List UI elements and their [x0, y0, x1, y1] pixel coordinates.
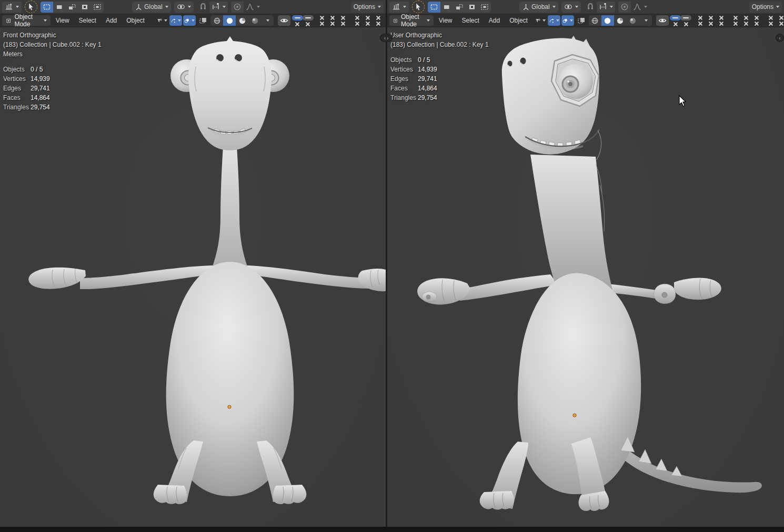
snap-target-dropdown[interactable] — [209, 2, 228, 13]
select-mode-extend[interactable] — [53, 2, 66, 13]
placeholder-x-icon[interactable] — [295, 22, 300, 27]
placeholder-x-icon[interactable] — [733, 21, 738, 26]
shading-material-button[interactable] — [236, 15, 248, 26]
menu-select[interactable]: Select — [75, 15, 100, 26]
select-mode-subtract[interactable] — [453, 2, 466, 13]
placeholder-x-icon[interactable] — [319, 15, 325, 21]
select-mode-invert[interactable] — [78, 2, 91, 13]
shading-rendered-button[interactable] — [248, 15, 261, 26]
placeholder-x-icon[interactable] — [754, 21, 759, 26]
visibility-eye-button[interactable] — [278, 15, 290, 26]
falloff-dropdown[interactable] — [631, 2, 649, 13]
placeholder-x-icon[interactable] — [708, 21, 713, 26]
show-overlays-toggle[interactable] — [561, 15, 574, 26]
placeholder-x-icon[interactable] — [779, 15, 784, 21]
placeholder-x-icon[interactable] — [779, 21, 784, 26]
placeholder-x-icon[interactable] — [376, 15, 381, 21]
transform-orientation-dropdown[interactable]: Global — [519, 2, 558, 13]
snap-target-dropdown[interactable] — [597, 2, 615, 13]
xray-toggle[interactable] — [197, 15, 209, 26]
placeholder-x-icon[interactable] — [673, 22, 678, 27]
falloff-dropdown[interactable] — [244, 2, 262, 13]
placeholder-x-icon[interactable] — [340, 21, 346, 26]
shading-material-button[interactable] — [614, 15, 627, 26]
menu-object[interactable]: Object — [122, 15, 149, 26]
shading-options-dropdown[interactable] — [639, 15, 652, 26]
placeholder-x-icon[interactable] — [376, 21, 381, 26]
select-mode-intersect[interactable] — [478, 2, 491, 13]
placeholder-x-icon[interactable] — [365, 21, 370, 26]
placeholder-x-icon[interactable] — [768, 15, 773, 21]
placeholder-x-icon[interactable] — [340, 15, 346, 21]
pivot-point-dropdown[interactable] — [174, 2, 194, 13]
editor-type-button[interactable] — [2, 2, 22, 13]
show-gizmo-toggle[interactable] — [169, 15, 182, 26]
mode-dropdown[interactable]: Object Mode — [2, 15, 51, 26]
model-user-view — [387, 27, 784, 527]
menu-select[interactable]: Select — [457, 15, 483, 26]
placeholder-x-icon[interactable] — [719, 21, 724, 26]
shading-wireframe-button[interactable] — [589, 15, 601, 26]
options-dropdown[interactable]: Options — [351, 2, 384, 13]
active-tool-select-box[interactable] — [25, 1, 37, 13]
placeholder-x-icon[interactable] — [698, 15, 703, 21]
select-mode-invert[interactable] — [466, 2, 478, 13]
placeholder-x-icon[interactable] — [743, 21, 749, 26]
snap-toggle[interactable] — [197, 2, 209, 13]
select-mode-subtract[interactable] — [66, 2, 78, 13]
menu-add[interactable]: Add — [102, 15, 121, 26]
shading-wireframe-button[interactable] — [210, 15, 223, 26]
placeholder-x-icon[interactable] — [365, 15, 370, 21]
select-mode-set[interactable] — [428, 2, 440, 13]
visibility-eye-button[interactable] — [656, 15, 669, 26]
options-dropdown[interactable]: Options — [749, 2, 782, 13]
viewport-canvas-front[interactable]: Front Orthographic (183) Collection | Cu… — [0, 27, 386, 527]
toggle-pill-on[interactable] — [670, 15, 681, 21]
show-overlays-toggle[interactable] — [183, 15, 196, 26]
mode-dropdown[interactable]: Object Mode — [389, 15, 434, 26]
shading-solid-button[interactable] — [601, 15, 614, 26]
toggle-pill-off[interactable] — [680, 15, 691, 21]
placeholder-x-icon[interactable] — [708, 15, 713, 21]
select-mode-extend[interactable] — [440, 2, 453, 13]
menu-view[interactable]: View — [52, 15, 74, 26]
placeholder-x-icon[interactable] — [355, 21, 360, 26]
toggle-pill-on[interactable] — [292, 15, 303, 21]
select-mode-intersect[interactable] — [91, 2, 104, 13]
placeholder-x-icon[interactable] — [305, 22, 310, 27]
proportional-edit-toggle[interactable] — [231, 2, 244, 13]
placeholder-x-icon[interactable] — [698, 21, 703, 26]
region-splitter-handle[interactable]: ‹› — [380, 34, 393, 42]
viewport-canvas-user[interactable]: User Orthographic (183) Collection | Cub… — [387, 27, 784, 527]
xray-toggle[interactable] — [575, 15, 588, 26]
placeholder-x-icon[interactable] — [768, 21, 773, 26]
proportional-edit-toggle[interactable] — [618, 2, 631, 13]
pivot-point-dropdown[interactable] — [561, 2, 581, 13]
placeholder-x-icon[interactable] — [319, 21, 325, 26]
snap-toggle[interactable] — [584, 2, 597, 13]
menu-object[interactable]: Object — [505, 15, 532, 26]
placeholder-x-icon[interactable] — [719, 15, 724, 21]
placeholder-x-icon[interactable] — [684, 22, 689, 27]
show-gizmo-toggle[interactable] — [548, 15, 560, 26]
shading-options-dropdown[interactable] — [261, 15, 274, 26]
select-mode-set[interactable] — [41, 2, 53, 13]
overlays-icon — [184, 17, 189, 25]
menu-view[interactable]: View — [435, 15, 457, 26]
placeholder-x-icon[interactable] — [330, 21, 335, 26]
shading-solid-button[interactable] — [223, 15, 236, 26]
placeholder-x-icon[interactable] — [330, 15, 335, 21]
sidebar-collapse-arrow[interactable]: ‹ — [776, 34, 784, 42]
shading-rendered-button[interactable] — [627, 15, 639, 26]
placeholder-x-icon[interactable] — [754, 15, 759, 21]
placeholder-x-icon[interactable] — [733, 15, 738, 21]
editor-type-button[interactable] — [389, 2, 409, 13]
object-filter-dropdown[interactable] — [156, 15, 168, 26]
active-tool-select-box[interactable] — [412, 1, 425, 13]
transform-orientation-dropdown[interactable]: Global — [132, 2, 171, 13]
placeholder-x-icon[interactable] — [355, 15, 360, 21]
placeholder-x-icon[interactable] — [743, 15, 749, 21]
toggle-pill-off[interactable] — [303, 15, 314, 21]
menu-add[interactable]: Add — [485, 15, 504, 26]
object-filter-dropdown[interactable] — [534, 15, 547, 26]
